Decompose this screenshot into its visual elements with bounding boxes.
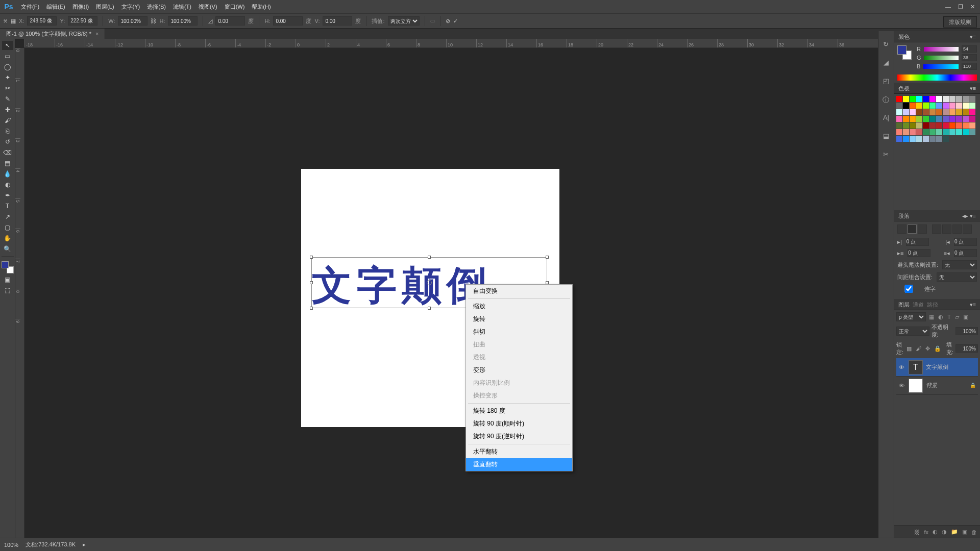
swatch[interactable] [903,103,909,109]
context-item[interactable]: 缩放 [466,300,572,313]
info-icon[interactable]: ⓘ [881,95,891,105]
history-brush-tool[interactable]: ↺ [2,137,13,146]
trash-icon[interactable]: 🗑 [971,529,977,535]
swatch[interactable] [943,136,949,142]
swatch[interactable] [943,103,949,109]
swatch[interactable] [956,103,962,109]
doc-info-arrow[interactable]: ▸ [83,541,86,548]
swatch[interactable] [910,122,916,129]
swatch[interactable] [903,122,909,129]
tools-icon[interactable]: ✂ [881,151,891,160]
layer-item-bg[interactable]: 👁 背景 🔒 [896,377,978,395]
context-item[interactable]: 斜切 [466,325,572,338]
transform-icon[interactable]: ⤧ [3,18,8,24]
screenmode-icon[interactable]: ⬚ [2,286,13,295]
visibility-icon[interactable]: 👁 [898,364,905,370]
menu-item[interactable]: 图像(I) [69,3,92,11]
swatch[interactable] [943,116,949,122]
hand-tool[interactable]: ✋ [2,234,13,243]
swatch[interactable] [916,116,922,122]
layer-item-text[interactable]: 👁 T 文字颠倒 [896,358,978,377]
swatch[interactable] [916,103,922,109]
space-after[interactable] [954,249,977,257]
swatch[interactable] [910,103,916,109]
swatch[interactable] [903,96,909,102]
filter-shape-icon[interactable]: ▱ [954,314,960,320]
swatch[interactable] [936,96,942,102]
histogram-icon[interactable]: ◢ [881,59,891,68]
menu-item[interactable]: 文件(F) [17,3,43,11]
swatch[interactable] [956,96,962,102]
justify-left-button[interactable] [932,224,941,234]
context-item[interactable]: 旋转 90 度(顺时针) [466,417,572,430]
swatch[interactable] [929,116,936,122]
paragraph-panel-header[interactable]: 段落◂▸ ▾≡ [894,210,980,221]
swatch[interactable] [916,129,922,135]
history-icon[interactable]: ↻ [881,40,891,49]
menu-item[interactable]: 窗口(W) [221,3,249,11]
quickmask-icon[interactable]: ▣ [2,275,13,284]
char-icon[interactable]: A| [881,114,891,123]
swatch[interactable] [969,109,975,115]
x-field[interactable] [27,16,57,26]
swatch[interactable] [910,136,916,142]
swatch[interactable] [916,109,922,115]
mask-icon[interactable]: ◐ [933,529,938,535]
adj-icon[interactable]: ◑ [942,529,947,535]
r-slider[interactable] [924,47,959,52]
swatch[interactable] [929,96,936,102]
marquee-tool[interactable]: ▭ [2,52,13,61]
swatch[interactable] [910,96,916,102]
b-value[interactable] [962,63,977,70]
cancel-icon[interactable]: ⊘ [446,18,450,24]
path-tool[interactable]: ↗ [2,212,13,221]
menu-item[interactable]: 文字(Y) [118,3,144,11]
swatch[interactable] [969,129,975,135]
brush-tool[interactable]: 🖌 [2,116,13,125]
swatch[interactable] [943,129,949,135]
fx-icon[interactable]: fx [924,529,928,535]
document-tab[interactable]: 图-1 @ 100% (文字颠倒, RGB/8) *× [0,29,105,39]
color-spectrum[interactable] [897,74,977,81]
fill-field[interactable] [955,344,978,353]
swatch[interactable] [929,122,936,129]
swatch[interactable] [896,136,902,142]
swatch[interactable] [963,96,969,102]
gradient-tool[interactable]: ▤ [2,159,13,168]
layers-panel-header[interactable]: 图层 通道 路径▾≡ [894,299,980,310]
swatch[interactable] [949,116,955,122]
wand-tool[interactable]: ✦ [2,73,13,82]
blend-mode[interactable]: 正常 [896,327,929,336]
lasso-tool[interactable]: ◯ [2,62,13,71]
swatch[interactable] [949,129,955,135]
zoom-value[interactable]: 100% [4,542,18,548]
interp-select[interactable]: 两次立方 [388,16,420,26]
commit-icon[interactable]: ✓ [453,18,458,24]
w-field[interactable] [118,16,148,26]
swatch[interactable] [903,129,909,135]
b-slider[interactable] [923,64,959,69]
swatch[interactable] [949,122,955,129]
swatch[interactable] [923,129,929,135]
swatch[interactable] [910,116,916,122]
close-icon[interactable]: ✕ [970,4,975,10]
swatch[interactable] [949,103,955,109]
menu-item[interactable]: 滤镜(T) [169,3,195,11]
swatch[interactable] [963,122,969,129]
swatch[interactable] [916,136,922,142]
swatch[interactable] [936,136,942,142]
swatch[interactable] [916,96,922,102]
swatch[interactable] [943,122,949,129]
filter-smart-icon[interactable]: ▣ [962,314,969,320]
link-layers-icon[interactable]: ⛓ [914,529,920,535]
context-item[interactable]: 垂直翻转 [466,458,572,471]
align-center-button[interactable] [908,224,917,234]
skew-v-field[interactable] [323,16,352,26]
swatch[interactable] [896,129,902,135]
layer-kind[interactable]: ρ 类型 [896,312,926,321]
h-field[interactable] [168,16,198,26]
swatch[interactable] [896,122,902,129]
styles-icon[interactable]: ⬓ [881,132,891,141]
swatch[interactable] [929,109,936,115]
swatch[interactable] [949,109,955,115]
